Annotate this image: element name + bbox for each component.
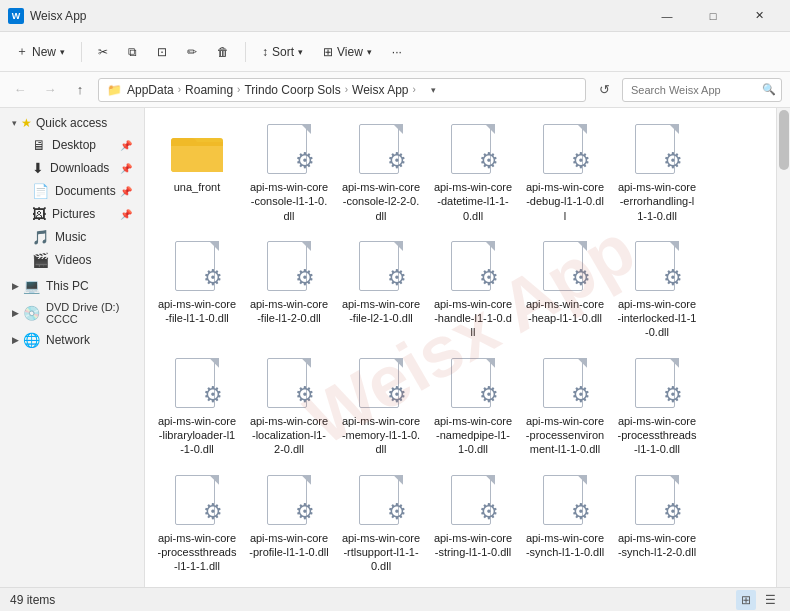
sidebar-documents-label: Documents	[55, 184, 116, 198]
paste-button[interactable]: ⊡	[149, 41, 175, 63]
forward-button[interactable]: →	[38, 78, 62, 102]
sort-button[interactable]: ↕ Sort ▾	[254, 41, 311, 63]
file-item[interactable]: ⚙ api-ms-win-core-file-l1-1-0.dll	[153, 233, 241, 346]
file-item[interactable]: ⚙ api-ms-win-core-file-l1-2-0.dll	[245, 233, 333, 346]
file-item[interactable]: ⚙ api-ms-win-core-profile-l1-1-0.dll	[245, 467, 333, 580]
file-label: api-ms-win-core-file-l2-1-0.dll	[341, 297, 421, 326]
network-header[interactable]: ▶ 🌐 Network	[4, 329, 140, 351]
more-button[interactable]: ···	[384, 41, 410, 63]
gear-icon: ⚙	[295, 148, 315, 174]
gear-icon: ⚙	[663, 148, 683, 174]
maximize-button[interactable]: □	[690, 0, 736, 32]
toolbar-separator-1	[81, 42, 82, 62]
sidebar-item-documents[interactable]: 📄 Documents 📌	[4, 180, 140, 202]
file-item[interactable]: ⚙ api-ms-win-core-localization-l1-2-0.dl…	[245, 350, 333, 463]
file-icon-wrap: ⚙	[445, 473, 501, 529]
file-icon-wrap: ⚙	[629, 473, 685, 529]
file-item[interactable]: ⚙ api-ms-win-core-debug-l1-1-0.dll	[521, 116, 609, 229]
file-item[interactable]: ⚙ api-ms-win-core-memory-l1-1-0.dll	[337, 350, 425, 463]
sidebar-item-downloads[interactable]: ⬇ Downloads 📌	[4, 157, 140, 179]
file-item[interactable]: ⚙ api-ms-win-core-datetime-l1-1-0.dll	[429, 116, 517, 229]
gear-icon: ⚙	[479, 148, 499, 174]
dll-icon: ⚙	[175, 475, 219, 527]
file-item[interactable]: ⚙ api-ms-win-core-namedpipe-l1-1-0.dll	[429, 350, 517, 463]
file-item[interactable]: ⚙ api-ms-win-core-synch-l1-1-0.dll	[521, 467, 609, 580]
dll-icon: ⚙	[175, 358, 219, 410]
sidebar-item-pictures[interactable]: 🖼 Pictures 📌	[4, 203, 140, 225]
file-label: api-ms-win-core-localization-l1-2-0.dll	[249, 414, 329, 457]
rename-button[interactable]: ✏	[179, 41, 205, 63]
dll-icon: ⚙	[451, 124, 495, 176]
file-item[interactable]: ⚙ api-ms-win-core-console-l2-2-0.dll	[337, 116, 425, 229]
quick-access-chevron-icon: ▾	[12, 118, 17, 128]
breadcrumb-appdata[interactable]: AppData	[127, 83, 174, 97]
quick-access-star-icon: ★	[21, 116, 32, 130]
sidebar-item-music[interactable]: 🎵 Music	[4, 226, 140, 248]
file-item[interactable]: ⚙ api-ms-win-core-interlocked-l1-1-0.dll	[613, 233, 701, 346]
new-chevron-icon: ▾	[60, 47, 65, 57]
file-icon-wrap: ⚙	[169, 473, 225, 529]
gear-icon: ⚙	[663, 382, 683, 408]
delete-button[interactable]: 🗑	[209, 41, 237, 63]
sidebar-music-label: Music	[55, 230, 86, 244]
file-item[interactable]: ⚙ api-ms-win-core-string-l1-1-0.dll	[429, 467, 517, 580]
dvd-icon: 💿	[23, 305, 40, 321]
dll-icon: ⚙	[267, 475, 311, 527]
file-label: api-ms-win-core-errorhandling-l1-1-0.dll	[617, 180, 697, 223]
file-item[interactable]: ⚙ api-ms-win-core-libraryloader-l1-1-0.d…	[153, 350, 241, 463]
dvd-drive-header[interactable]: ▶ 💿 DVD Drive (D:) CCCC	[4, 298, 140, 328]
breadcrumb-roaming[interactable]: Roaming	[185, 83, 233, 97]
file-item[interactable]: ⚙ api-ms-win-core-rtlsupport-l1-1-0.dll	[337, 467, 425, 580]
file-icon-wrap: ⚙	[537, 122, 593, 178]
gear-icon: ⚙	[571, 148, 591, 174]
sidebar-item-desktop[interactable]: 🖥 Desktop 📌	[4, 134, 140, 156]
search-input[interactable]	[622, 78, 782, 102]
file-item[interactable]: ⚙ api-ms-win-core-handle-l1-1-0.dll	[429, 233, 517, 346]
breadcrumb-dropdown[interactable]: ▾	[422, 78, 446, 102]
minimize-button[interactable]: —	[644, 0, 690, 32]
file-item[interactable]: ⚙ api-ms-win-core-errorhandling-l1-1-0.d…	[613, 116, 701, 229]
file-icon-wrap: ⚙	[353, 239, 409, 295]
toolbar-separator-2	[245, 42, 246, 62]
refresh-button[interactable]: ↺	[592, 78, 616, 102]
list-view-button[interactable]: ☰	[760, 590, 780, 610]
back-button[interactable]: ←	[8, 78, 32, 102]
file-item[interactable]: ⚙ api-ms-win-core-file-l2-1-0.dll	[337, 233, 425, 346]
downloads-icon: ⬇	[32, 160, 44, 176]
pin-icon-4: 📌	[120, 209, 132, 220]
quick-access-header[interactable]: ▾ ★ Quick access	[4, 113, 140, 133]
toolbar: ＋ New ▾ ✂ ⧉ ⊡ ✏ 🗑 ↕ Sort ▾ ⊞ View ▾ ···	[0, 32, 790, 72]
grid-view-button[interactable]: ⊞	[736, 590, 756, 610]
sort-label: Sort	[272, 45, 294, 59]
file-item[interactable]: ⚙ api-ms-win-core-processthreads-l1-1-1.…	[153, 467, 241, 580]
file-item[interactable]: ⚙ api-ms-win-core-processthreads-l1-1-0.…	[613, 350, 701, 463]
this-pc-header[interactable]: ▶ 💻 This PC	[4, 275, 140, 297]
up-button[interactable]: ↑	[68, 78, 92, 102]
file-item[interactable]: una_front	[153, 116, 241, 229]
file-item[interactable]: ⚙ api-ms-win-core-processenvironment-l1-…	[521, 350, 609, 463]
scrollbar[interactable]	[776, 108, 790, 587]
file-item[interactable]: ⚙ api-ms-win-core-heap-l1-1-0.dll	[521, 233, 609, 346]
file-icon-wrap: ⚙	[537, 473, 593, 529]
copy-button[interactable]: ⧉	[120, 41, 145, 63]
gear-icon: ⚙	[203, 382, 223, 408]
sidebar-desktop-label: Desktop	[52, 138, 96, 152]
scrollbar-thumb[interactable]	[779, 110, 789, 170]
dll-icon: ⚙	[543, 241, 587, 293]
documents-icon: 📄	[32, 183, 49, 199]
file-icon-wrap: ⚙	[261, 122, 317, 178]
gear-icon: ⚙	[295, 265, 315, 291]
new-button[interactable]: ＋ New ▾	[8, 39, 73, 64]
close-button[interactable]: ✕	[736, 0, 782, 32]
file-label: api-ms-win-core-file-l1-2-0.dll	[249, 297, 329, 326]
sidebar-item-videos[interactable]: 🎬 Videos	[4, 249, 140, 271]
file-item[interactable]: ⚙ api-ms-win-core-console-l1-1-0.dll	[245, 116, 333, 229]
file-label: api-ms-win-core-interlocked-l1-1-0.dll	[617, 297, 697, 340]
cut-button[interactable]: ✂	[90, 41, 116, 63]
breadcrumb-trindo[interactable]: Trindo Coorp Sols	[244, 83, 340, 97]
file-item[interactable]: ⚙ api-ms-win-core-synch-l1-2-0.dll	[613, 467, 701, 580]
view-button[interactable]: ⊞ View ▾	[315, 41, 380, 63]
breadcrumb-weisx[interactable]: Weisx App	[352, 83, 408, 97]
file-label: api-ms-win-core-processthreads-l1-1-1.dl…	[157, 531, 237, 574]
gear-icon: ⚙	[571, 499, 591, 525]
